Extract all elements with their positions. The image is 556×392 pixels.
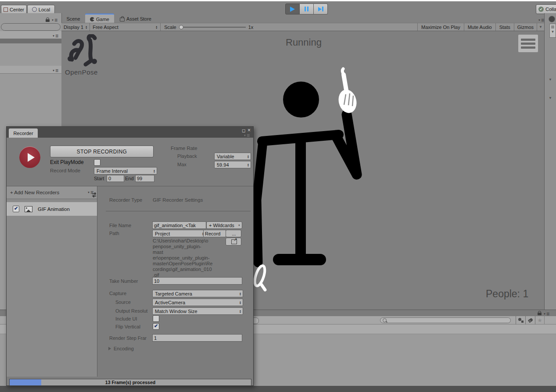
center-pivot-button[interactable]: Center [1,5,27,14]
recorder-list-item[interactable]: GIF Animation [7,202,97,216]
component-preview-box[interactable]: ▼ [549,24,556,38]
take-number-input[interactable]: 10 [152,277,242,285]
include-ui-checkbox[interactable] [153,315,159,322]
hierarchy-search-input[interactable] [1,23,61,31]
asset-store-icon [120,18,125,21]
record-mode-label: Record Mode [50,168,80,173]
recorder-tab[interactable]: Recorder [9,128,38,138]
capture-value: Targeted Camera [155,291,192,296]
step-button[interactable] [314,4,328,14]
favorites-button[interactable] [535,316,545,324]
scale-label: Scale [164,25,176,30]
panel-menu-icon[interactable] [52,68,58,74]
wildcards-button[interactable]: + Wildcards▼ [206,221,242,229]
dropdown-arrow-icon: ▼ [550,30,556,34]
aspect-dropdown[interactable]: Free Aspect [90,23,160,31]
flip-vertical-checkbox[interactable] [153,323,159,330]
open-path-button[interactable] [226,238,241,246]
path-root-dropdown[interactable]: Project [152,230,206,237]
end-label: End [125,176,134,181]
render-step-value: 1 [154,335,157,341]
recorder-window: Recorder ◻ × STOP RECORDING Exit PlayMod… [6,126,254,386]
gizmos-dropdown-button[interactable]: ▼ [537,23,544,31]
selected-row[interactable] [0,39,61,43]
game-view-toolbar: Display 1 Free Aspect Scale 1x Maximize … [61,23,544,31]
lock-icon[interactable] [538,311,542,315]
stats-label: Stats [499,25,510,30]
display-dropdown[interactable]: Display 1 [61,23,90,31]
foldout-arrow-icon[interactable]: ▼ [549,96,552,100]
render-step-label: Render Step Frar [109,335,152,341]
playback-dropdown[interactable]: Variable [214,153,251,160]
inspector-sliver: ▼ ▼ ▼ [544,13,556,310]
path-root-value: Project [155,231,170,236]
panel-header[interactable] [0,31,61,39]
dropdown-arrow-icon: ▼ [238,224,240,227]
search-icon [383,318,387,322]
maximize-on-play-button[interactable]: Maximize On Play [417,23,464,31]
render-step-input[interactable]: 1 [152,334,242,342]
play-button[interactable] [285,4,300,14]
center-pivot-label: Center [10,7,24,12]
account-icon[interactable] [549,16,555,22]
exit-playmode-checkbox[interactable] [94,159,100,166]
preset-icon[interactable] [92,192,98,197]
step-icon [318,7,323,11]
filter-by-type-button[interactable] [516,316,526,324]
scale-slider[interactable] [179,25,246,29]
pause-icon [305,7,308,11]
output-resolution-label: Output Resolut [115,308,152,314]
output-resolution-dropdown[interactable]: Match Window Size [152,307,243,315]
path-record-field[interactable]: Record [203,230,226,237]
record-mode-value: Frame Interval [97,168,128,174]
browse-button[interactable]: ... [226,230,241,237]
tab-scene-label: Scene [66,16,80,21]
panel-menu-icon[interactable] [52,33,58,39]
tab-game[interactable]: Game [85,14,114,24]
recorder-item-checkbox[interactable] [13,206,19,212]
updown-icon [247,163,249,167]
playback-value: Variable [217,154,234,159]
divider [106,211,251,211]
updown-icon [153,169,155,173]
panel-menu-icon[interactable] [51,17,57,23]
pause-button[interactable] [300,4,314,14]
start-label: Start [94,176,104,181]
max-framerate-value: 59.94 [217,162,229,167]
tab-asset-store[interactable]: Asset Store [115,14,156,23]
record-mode-dropdown[interactable]: Frame Interval [94,167,157,175]
project-search-input[interactable] [380,317,511,323]
game-panel-menu-icon[interactable] [538,17,544,23]
filter-by-label-button[interactable] [525,316,535,324]
playback-label: Playback [177,153,197,159]
lock-icon[interactable] [46,18,50,22]
max-framerate-dropdown[interactable]: 59.94 [214,161,251,168]
close-window-icon[interactable]: × [248,128,251,132]
source-dropdown[interactable]: ActiveCamera [152,299,243,306]
record-toggle-button[interactable] [19,146,40,168]
stop-recording-button[interactable]: STOP RECORDING [50,146,154,157]
encoding-foldout[interactable]: Encoding [108,346,134,351]
start-input[interactable]: 0 [107,175,124,182]
stats-button[interactable]: Stats [495,23,514,31]
game-tab-icon [90,17,94,21]
mute-audio-button[interactable]: Mute Audio [464,23,495,31]
gizmos-button[interactable]: Gizmos [514,23,537,31]
add-new-recorders-button[interactable]: + Add New Recorders [7,186,97,199]
updown-icon [239,310,241,313]
window-menu-icon[interactable] [244,132,250,139]
recorder-titlebar[interactable]: Recorder ◻ × [7,127,253,138]
file-name-input[interactable]: gif_animation_<Tak [152,221,206,229]
end-input[interactable]: 99 [135,175,154,182]
collab-button[interactable]: Colla [536,4,556,14]
panel-header[interactable] [0,66,61,74]
recorder-tab-label: Recorder [13,131,33,136]
tab-scene[interactable]: Scene [63,14,84,23]
foldout-arrow-icon[interactable]: ▼ [549,78,552,82]
local-space-button[interactable]: Local [27,5,55,14]
scale-slider-thumb[interactable] [179,25,183,29]
capture-dropdown[interactable]: Targeted Camera [152,290,243,297]
display-dropdown-label: Display 1 [64,25,83,30]
tag-icon [528,318,533,323]
foldout-arrow-icon [108,347,111,350]
